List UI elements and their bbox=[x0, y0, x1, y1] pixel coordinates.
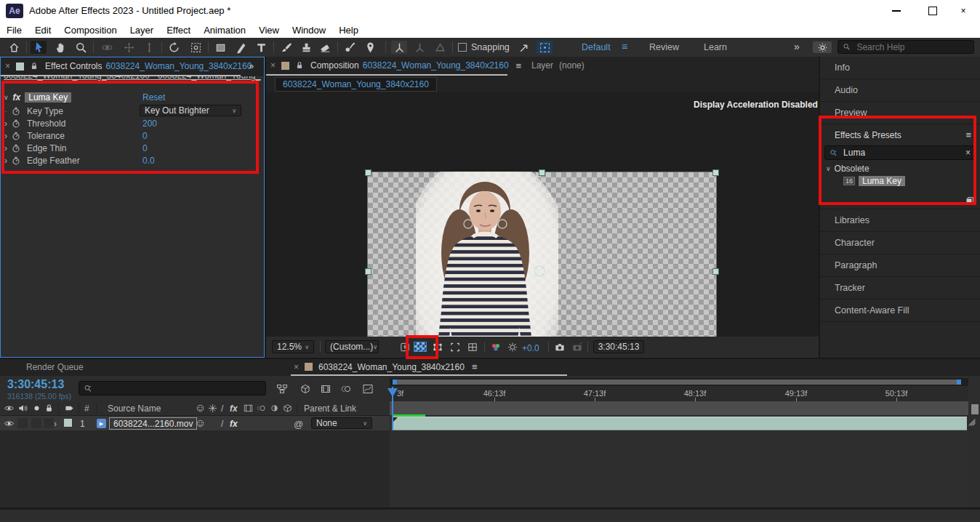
type-tool-icon[interactable] bbox=[253, 41, 269, 54]
menu-view[interactable]: View bbox=[259, 25, 279, 36]
roto-brush-tool-icon[interactable] bbox=[342, 41, 358, 54]
grid-guides-icon[interactable] bbox=[467, 342, 478, 353]
h-scroll-thumb[interactable] bbox=[393, 380, 961, 385]
selection-handle[interactable] bbox=[539, 169, 545, 176]
selection-handle[interactable] bbox=[365, 268, 371, 275]
camera-track-tool-icon[interactable] bbox=[188, 41, 204, 54]
layer-solo-toggle[interactable] bbox=[31, 418, 41, 428]
help-search-field[interactable] bbox=[838, 40, 974, 54]
new-preset-icon[interactable] bbox=[964, 195, 974, 205]
pickwhip-icon[interactable]: @ bbox=[294, 419, 303, 430]
chevron-expand-icon[interactable]: ∨ bbox=[826, 165, 831, 172]
exposure-value[interactable]: +0.0 bbox=[522, 343, 539, 353]
property-row-threshold[interactable]: › Threshold 200 bbox=[1, 117, 260, 129]
timeline-h-scrollbar[interactable] bbox=[390, 378, 968, 386]
home-icon[interactable] bbox=[6, 41, 22, 54]
reset-exposure-icon[interactable] bbox=[507, 342, 518, 353]
chevron-right-icon[interactable]: › bbox=[1, 119, 11, 129]
stopwatch-icon[interactable] bbox=[11, 156, 21, 166]
layer-audio-toggle[interactable] bbox=[17, 418, 28, 428]
show-snapshot-icon[interactable] bbox=[571, 342, 583, 353]
transparency-grid-icon[interactable] bbox=[414, 342, 427, 352]
panel-overflow-icon[interactable]: » bbox=[249, 60, 253, 71]
anchor-point-icon[interactable] bbox=[532, 264, 547, 278]
effects-search-field[interactable]: × bbox=[824, 145, 976, 160]
v-scroll-thumb[interactable] bbox=[971, 404, 979, 414]
axis-world-icon[interactable] bbox=[411, 41, 427, 54]
puppet-pin-tool-icon[interactable] bbox=[362, 41, 378, 54]
magnification-dropdown[interactable]: 12.5% ∨ bbox=[272, 340, 314, 353]
layer-shy-icon[interactable] bbox=[195, 418, 206, 429]
panel-menu-icon[interactable]: ≡ bbox=[472, 361, 478, 372]
close-button[interactable]: × bbox=[947, 0, 980, 22]
parent-dropdown[interactable]: None ∨ bbox=[311, 417, 372, 429]
h-scroll-right-cap[interactable] bbox=[957, 380, 961, 385]
menu-animation[interactable]: Animation bbox=[204, 25, 246, 36]
eraser-tool-icon[interactable] bbox=[317, 41, 333, 54]
region-of-interest-icon[interactable] bbox=[449, 342, 461, 353]
menu-help[interactable]: Help bbox=[339, 25, 358, 36]
composition-viewer[interactable]: Display Acceleration Disabled bbox=[266, 92, 819, 337]
lock-icon[interactable] bbox=[294, 60, 305, 71]
property-row-edge-feather[interactable]: › Edge Feather 0.0 bbox=[1, 154, 260, 166]
playhead-marker[interactable] bbox=[387, 388, 398, 397]
motion-blur-icon[interactable] bbox=[340, 383, 352, 395]
panel-header-paragraph[interactable]: Paragraph bbox=[820, 254, 980, 277]
effect-item-label[interactable]: Luma Key bbox=[859, 176, 905, 186]
draft-3d-icon[interactable] bbox=[300, 383, 311, 395]
effect-header-row[interactable]: ∨ fx Luma Key bbox=[4, 91, 71, 103]
chevron-expand-icon[interactable]: ∨ bbox=[4, 94, 9, 101]
chevron-right-icon[interactable]: › bbox=[1, 143, 11, 153]
source-name-column-header[interactable]: Source Name bbox=[108, 403, 161, 414]
composition-tab[interactable]: × Composition 6038224_Woman_Young_3840x2… bbox=[270, 57, 521, 74]
preview-time[interactable]: 3:30:45:13 bbox=[593, 340, 644, 353]
layer-visibility-icon[interactable] bbox=[4, 418, 15, 429]
axis-local-icon[interactable] bbox=[391, 41, 407, 54]
orbit-camera-tool-icon[interactable] bbox=[99, 41, 115, 54]
panel-menu-icon[interactable]: ≡ bbox=[965, 129, 971, 140]
property-value[interactable]: 0.0 bbox=[142, 156, 155, 166]
menu-file[interactable]: File bbox=[7, 25, 22, 36]
panel-header-libraries[interactable]: Libraries bbox=[820, 209, 980, 232]
key-type-dropdown[interactable]: Key Out Brighter ∨ bbox=[140, 105, 241, 116]
stopwatch-icon[interactable] bbox=[11, 106, 21, 116]
panel-header-preview[interactable]: Preview bbox=[820, 102, 980, 124]
property-row-tolerance[interactable]: › Tolerance 0 bbox=[1, 129, 260, 142]
snapping-checkbox[interactable] bbox=[458, 43, 467, 52]
timeline-comp-tab[interactable]: × 6038224_Woman_Young_3840x2160 ≡ bbox=[294, 359, 477, 374]
workspace-overflow-icon[interactable]: » bbox=[794, 41, 799, 52]
layer-name[interactable]: 6038224...2160.mov bbox=[109, 417, 197, 430]
workspace-tab-default[interactable]: Default bbox=[582, 42, 611, 52]
snap-features-icon[interactable] bbox=[537, 41, 553, 54]
panel-header-audio[interactable]: Audio bbox=[820, 79, 980, 102]
close-tab-icon[interactable]: × bbox=[270, 60, 276, 71]
layer-quality-toggle[interactable]: / bbox=[221, 419, 223, 429]
menu-layer[interactable]: Layer bbox=[130, 25, 154, 36]
effect-name[interactable]: Luma Key bbox=[25, 92, 71, 103]
zoom-tool-icon[interactable] bbox=[73, 41, 89, 54]
panel-menu-icon[interactable]: ≡ bbox=[516, 60, 522, 71]
layer-duration-bar[interactable] bbox=[392, 417, 967, 430]
rotation-tool-icon[interactable] bbox=[166, 41, 182, 54]
layer-label-chip[interactable] bbox=[64, 419, 72, 427]
mask-paths-icon[interactable] bbox=[432, 342, 443, 353]
woman-footage[interactable] bbox=[416, 172, 558, 337]
layer-row[interactable]: › 1 ▶ 6038224...2160.mov / fx @ None ∨ bbox=[0, 416, 390, 431]
layer-lock-toggle[interactable] bbox=[44, 418, 54, 428]
lock-icon[interactable] bbox=[29, 61, 39, 71]
selection-tool-icon[interactable] bbox=[31, 41, 47, 54]
effects-presets-title[interactable]: Effects & Presets bbox=[835, 130, 901, 140]
brush-tool-icon[interactable] bbox=[278, 41, 294, 54]
chevron-right-icon[interactable]: › bbox=[1, 131, 11, 141]
current-timecode[interactable]: 3:30:45:13 bbox=[7, 378, 64, 391]
menu-edit[interactable]: Edit bbox=[35, 25, 51, 36]
selection-handle[interactable] bbox=[712, 268, 719, 275]
work-area-bar[interactable] bbox=[390, 401, 968, 415]
menu-effect[interactable]: Effect bbox=[166, 25, 190, 36]
effects-item-luma-key[interactable]: 16 Luma Key bbox=[820, 174, 980, 187]
layer-tab[interactable]: Layer (none) bbox=[531, 57, 585, 74]
time-ruler[interactable]: 3f 46:13f 47:13f 48:13f 49:13f 50:13f bbox=[390, 387, 968, 401]
axis-view-icon[interactable] bbox=[432, 41, 448, 54]
graph-editor-icon[interactable] bbox=[362, 383, 374, 395]
minimize-button[interactable] bbox=[880, 0, 913, 22]
